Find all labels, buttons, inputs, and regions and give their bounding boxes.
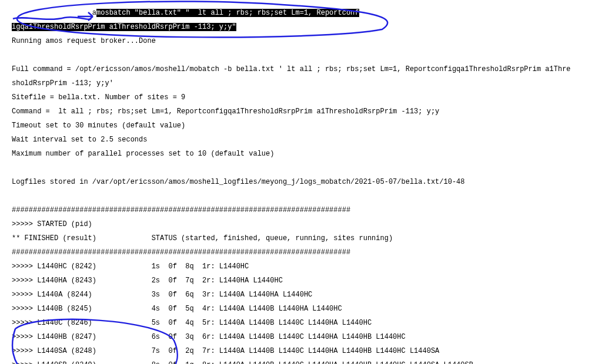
status-row: >>>>> L1440B (8245) 4s 0f 5q 4r: L1440A …: [12, 305, 601, 312]
cmd-line-1: amosbatch "bella.txt" " lt all ; rbs; rb…: [12, 9, 601, 16]
logfiles-line: Logfiles stored in /var/opt/ericsson/amo…: [12, 178, 601, 186]
full-command-1: Full command = /opt/ericsson/amos/moshel…: [12, 66, 601, 73]
highlighted-command-1: mosbatch "bella.txt" " lt all ; rbs; rbs…: [96, 9, 359, 17]
sep-bar: ########################################…: [12, 249, 601, 256]
wait-line: Wait interval set to 2.5 seconds: [12, 136, 601, 143]
maxp-line: Maximum number of parallel processes set…: [12, 150, 601, 157]
status-row: >>>>> L1440SB (8249) 8s 0f 1q 8r: L1440A…: [12, 362, 601, 364]
command-line: Command = lt all ; rbs; rbs;set Lm=1, Re…: [12, 108, 601, 115]
sep-bar: ########################################…: [12, 207, 601, 214]
cmd-line-2: igqa1ThresholdRsrpPrim a1ThresholdRsrpPr…: [12, 23, 601, 31]
timeout-line: Timeout set to 30 minutes (default value…: [12, 122, 601, 129]
finished-header: ** FINISHED (result) STATUS (started, fi…: [12, 235, 601, 242]
status-row: >>>>> L1440HA (8243) 2s 0f 7q 2r: L1440H…: [12, 277, 601, 284]
highlighted-command-2: igqa1ThresholdRsrpPrim a1ThresholdRsrpPr…: [12, 23, 236, 31]
terminal-output: amosbatch "bella.txt" " lt all ; rbs; rb…: [0, 0, 602, 364]
blank: [12, 164, 601, 171]
sitefile-line: Sitefile = bella.txt. Number of sites = …: [12, 94, 601, 101]
running-line: Running amos request broker...Done: [12, 38, 601, 45]
full-command-2: sholdRsrpPrim -113; y;y': [12, 80, 601, 87]
status-row: >>>>> L1440HB (8247) 6s 0f 3q 6r: L1440A…: [12, 333, 601, 341]
status-row: >>>>> L1440A (8244) 3s 0f 6q 3r: L1440A …: [12, 291, 601, 298]
status-row: >>>>> L1440SA (8248) 7s 0f 2q 7r: L1440A…: [12, 348, 601, 355]
status-row: >>>>> L1440C (8246) 5s 0f 4q 5r: L1440A …: [12, 319, 601, 326]
blank: [12, 52, 601, 59]
cmd-prefix: a: [92, 9, 96, 17]
status-row: >>>>> L1440HC (8242) 1s 0f 8q 1r: L1440H…: [12, 263, 601, 270]
blank: [12, 193, 601, 200]
started-header: >>>>> STARTED (pid): [12, 221, 601, 228]
